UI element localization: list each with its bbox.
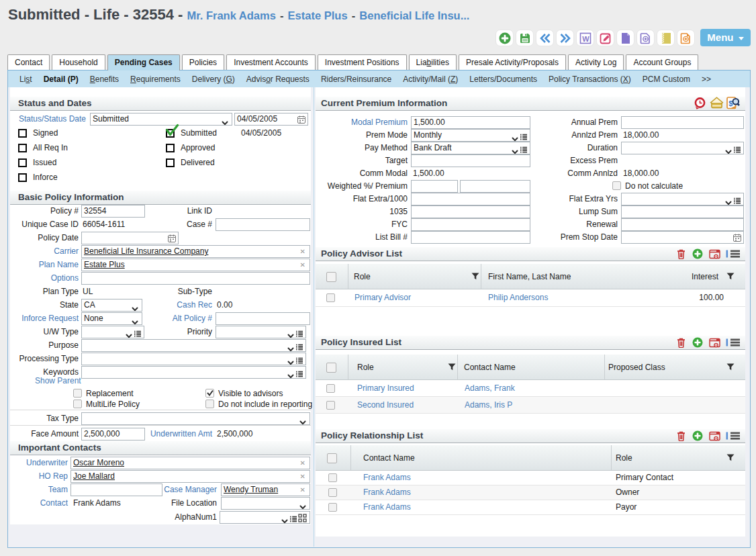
svg-text:$: $ bbox=[728, 99, 733, 107]
svg-text:W: W bbox=[582, 34, 589, 42]
